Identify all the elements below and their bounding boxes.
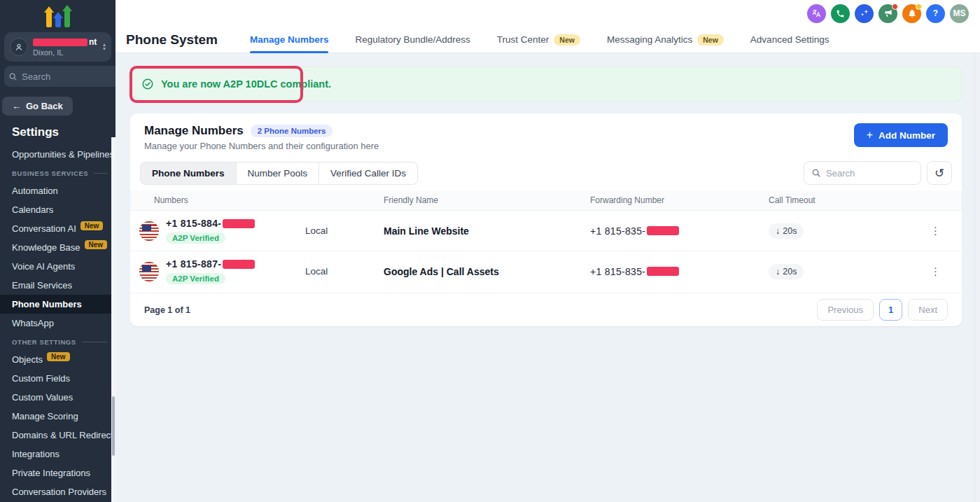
translate-icon[interactable] [807,4,826,23]
global-topbar: ? MS [115,0,980,27]
sidebar-item-conversation-ai[interactable]: Conversation AINew [0,219,115,238]
tab-regulatory-bundle-address[interactable]: Regulatory Bundle/Address [355,27,470,53]
phone-icon[interactable] [831,4,850,23]
menu-section-business-services: BUSINESS SERVICES [0,164,115,181]
section-divider [94,173,107,174]
page-number-button[interactable]: 1 [879,299,902,321]
account-location: Dixon, IL [33,48,98,57]
section-divider [82,342,107,342]
settings-title: Settings [0,116,115,145]
number-cell: +1 815-887- A2P Verified [130,258,305,284]
table-search[interactable] [804,161,921,185]
go-back-button[interactable]: ← Go Back [2,97,73,116]
sidebar-item-whatsapp[interactable]: WhatsApp [0,314,115,333]
sidebar-item-manage-scoring[interactable]: Manage Scoring [0,407,115,426]
sidebar-item-private-integrations[interactable]: Private Integrations [0,463,115,482]
table-row: +1 815-887- A2P Verified Local Google Ad… [130,251,962,291]
number-type: Local [305,225,384,236]
sidebar-item-email-services[interactable]: Email Services [0,276,115,295]
table-tabs: Phone Numbers Number Pools Verified Call… [140,162,418,185]
scrollbar-thumb[interactable] [112,396,115,456]
card-title: Manage Numbers [144,124,244,138]
settings-menu: Opportunities & Pipelines BUSINESS SERVI… [0,145,115,502]
sidebar-search[interactable]: ⌘ K [4,66,115,87]
toolbar-right: ↺ [804,161,952,185]
refresh-icon: ↺ [934,167,944,180]
table-row: +1 815-884- A2P Verified Local Main Line… [130,210,962,251]
new-badge: New [697,34,724,46]
check-circle-icon [141,78,154,90]
help-icon[interactable]: ? [926,4,945,23]
sidebar-item-domains-url-redirects[interactable]: Domains & URL Redirects [0,426,115,445]
arrow-down-icon: ↓ [776,267,780,277]
kebab-menu-icon[interactable]: ⋮ [926,224,945,237]
sidebar-item-objects[interactable]: ObjectsNew [0,350,115,369]
next-page-button[interactable]: Next [908,299,948,321]
kebab-menu-icon[interactable]: ⋮ [926,265,945,278]
sidebar-search-row: ⌘ K [4,66,111,87]
column-header-friendly-name: Friendly Name [384,195,590,205]
plus-icon: + [867,130,873,141]
sidebar-item-custom-values[interactable]: Custom Values [0,388,115,407]
sidebar-item-knowledge-base[interactable]: Knowledge BaseNew [0,238,115,257]
sidebar: nt Dixon, IL ▴▾ ⌘ K ← Go Back Settings [0,0,115,502]
page-summary: Page 1 of 1 [144,305,190,315]
card-subtitle: Manage your Phone Numbers and their conf… [144,141,948,151]
column-header-timeout: Call Timeout [769,195,870,205]
table-header: Numbers Friendly Name Forwarding Number … [130,190,962,210]
a2p-verified-badge: A2P Verified [166,273,225,284]
chevron-updown-icon: ▴▾ [103,43,106,51]
logo-arrow-blue [55,18,61,27]
ai-sparkle-icon[interactable] [855,4,874,23]
tab-advanced-settings[interactable]: Advanced Settings [750,27,830,53]
tab-verified-caller-ids[interactable]: Verified Caller IDs [319,162,418,185]
bell-icon[interactable] [902,4,921,23]
phone-number: +1 815-884- [166,218,221,229]
sidebar-item-integrations[interactable]: Integrations [0,445,115,463]
banner-message: You are now A2P 10DLC compliant. [161,78,331,90]
sidebar-item-opportunities-pipelines[interactable]: Opportunities & Pipelines [0,145,115,164]
previous-page-button[interactable]: Previous [817,299,874,321]
phone-count-badge: 2 Phone Numbers [251,125,333,137]
column-header-forwarding: Forwarding Number [590,195,769,205]
user-avatar[interactable]: MS [950,4,969,23]
card-header: Manage Numbers 2 Phone Numbers Manage yo… [130,113,962,157]
viewport-scrollbar[interactable] [974,53,980,502]
tab-phone-numbers[interactable]: Phone Numbers [140,162,237,185]
account-avatar [10,38,28,56]
sidebar-search-input[interactable] [22,71,115,82]
sidebar-item-voice-ai-agents[interactable]: Voice AI Agents [0,257,115,276]
table-search-input[interactable] [826,168,913,179]
redaction-box [223,260,255,269]
sidebar-item-custom-fields[interactable]: Custom Fields [0,369,115,388]
new-badge: New [554,34,580,46]
column-header-numbers: Numbers [130,195,305,205]
account-switcher[interactable]: nt Dixon, IL ▴▾ [4,32,111,62]
sidebar-item-calendars[interactable]: Calendars [0,200,115,219]
add-number-button[interactable]: + Add Number [854,123,948,147]
megaphone-icon[interactable] [878,4,897,23]
number-cell: +1 815-884- A2P Verified [130,218,305,244]
tab-messaging-analytics[interactable]: Messaging AnalyticsNew [607,27,724,53]
tab-trust-center[interactable]: Trust CenterNew [497,27,580,53]
row-actions: ⋮ [870,224,962,237]
phone-system-navbar: Phone System Manage Numbers Regulatory B… [115,27,980,53]
new-badge: New [85,240,108,249]
menu-section-other-settings: OTHER SETTINGS [0,333,115,350]
sidebar-item-automation[interactable]: Automation [0,181,115,200]
sidebar-item-conversation-providers[interactable]: Conversation Providers [0,482,115,501]
account-meta: nt Dixon, IL [33,37,98,57]
notification-dot [916,4,922,10]
tab-manage-numbers[interactable]: Manage Numbers [250,27,329,53]
new-badge: New [80,221,104,230]
sidebar-item-phone-numbers[interactable]: Phone Numbers [0,295,115,314]
manage-numbers-card: Manage Numbers 2 Phone Numbers Manage yo… [130,113,962,326]
main-area: ? MS Phone System Manage Numbers Regulat… [115,0,980,502]
call-timeout-cell: ↓20s [769,264,870,279]
tab-number-pools[interactable]: Number Pools [237,162,320,185]
number-stack: +1 815-887- A2P Verified [166,258,255,284]
logo-arrow-yellow [46,12,52,27]
user-pin-icon [14,42,24,52]
row-actions: ⋮ [870,265,962,278]
refresh-button[interactable]: ↺ [927,161,952,185]
